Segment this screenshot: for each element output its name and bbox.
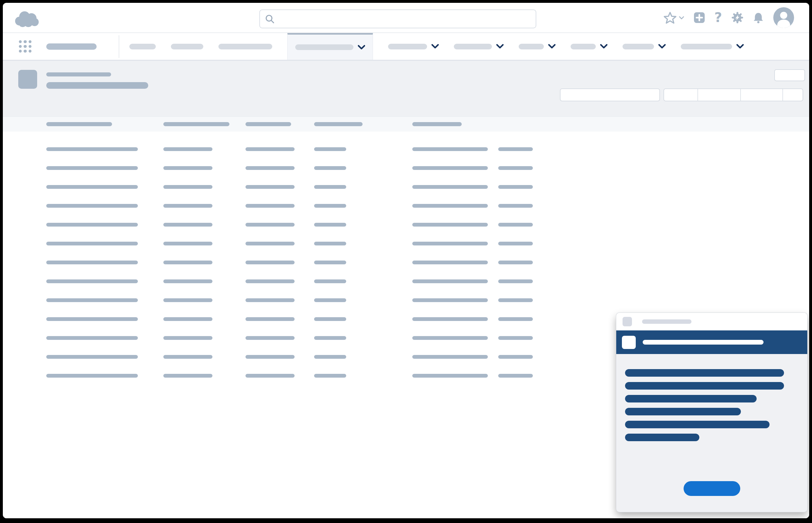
cell-value-placeholder <box>498 204 533 208</box>
record-link-placeholder[interactable] <box>46 147 138 151</box>
record-link-placeholder[interactable] <box>46 355 138 359</box>
header-small-action-button[interactable] <box>774 69 805 81</box>
cell-value-placeholder <box>498 166 533 170</box>
chevron-down-icon <box>658 44 666 49</box>
list-view-control-button[interactable] <box>783 89 802 101</box>
table-row <box>3 166 809 170</box>
cell-value-placeholder <box>163 336 213 340</box>
help-button[interactable]: ? <box>715 11 722 24</box>
popup-text-line-placeholder <box>625 382 784 390</box>
cloud-logo-icon <box>13 9 40 28</box>
cell-value-placeholder <box>314 147 346 151</box>
cell-value-placeholder <box>246 166 294 170</box>
record-link-placeholder[interactable] <box>46 204 138 208</box>
table-row <box>3 279 809 283</box>
column-header-placeholder[interactable] <box>246 122 291 126</box>
nav-tab[interactable] <box>622 33 666 60</box>
search-input[interactable] <box>279 14 530 24</box>
add-button[interactable] <box>694 12 705 23</box>
nav-tab[interactable] <box>388 33 439 60</box>
cell-value-placeholder <box>314 355 346 359</box>
cell-value-placeholder <box>163 298 213 302</box>
record-link-placeholder[interactable] <box>46 317 138 321</box>
column-header-placeholder[interactable] <box>46 122 112 126</box>
table-row <box>3 298 809 302</box>
record-link-placeholder[interactable] <box>46 374 138 378</box>
cell-value-placeholder <box>314 260 346 264</box>
table-row <box>3 260 809 264</box>
cell-value-placeholder <box>163 204 213 208</box>
cell-value-placeholder <box>498 185 533 189</box>
cell-value-placeholder <box>498 147 533 151</box>
nav-tab-label-placeholder <box>454 44 492 49</box>
page-header <box>3 61 809 116</box>
record-link-placeholder[interactable] <box>46 166 138 170</box>
column-header-placeholder[interactable] <box>314 122 363 126</box>
setup-button[interactable] <box>732 12 743 23</box>
record-link-placeholder[interactable] <box>46 260 138 264</box>
nav-tab[interactable] <box>218 33 272 60</box>
nav-tab-label-placeholder <box>171 44 203 49</box>
cell-value-placeholder <box>163 185 213 189</box>
popup-text-line-placeholder <box>625 421 770 428</box>
list-view-control-button[interactable] <box>698 89 741 101</box>
page-title-line-placeholder <box>46 72 111 76</box>
cell-value-placeholder <box>314 166 346 170</box>
record-link-placeholder[interactable] <box>46 279 138 283</box>
user-menu-button[interactable] <box>773 7 794 28</box>
app-launcher-waffle-icon[interactable] <box>19 40 32 53</box>
cell-value-placeholder <box>314 279 346 283</box>
popup-card <box>616 313 807 512</box>
record-link-placeholder[interactable] <box>46 223 138 227</box>
cell-value-placeholder <box>314 185 346 189</box>
page-subtitle-line-placeholder <box>46 82 148 89</box>
table-row <box>3 223 809 227</box>
cell-value-placeholder <box>412 223 488 227</box>
list-view-control-button[interactable] <box>741 89 783 101</box>
cell-value-placeholder <box>412 317 488 321</box>
favorites-button[interactable] <box>664 12 684 24</box>
search-icon <box>265 14 274 23</box>
record-link-placeholder[interactable] <box>46 298 138 302</box>
chevron-down-icon <box>600 44 608 49</box>
app-name-placeholder <box>46 43 97 50</box>
nav-tab[interactable] <box>171 33 203 60</box>
chevron-down-icon[interactable] <box>679 16 684 19</box>
popup-checkbox[interactable] <box>622 336 636 349</box>
nav-tab-label-placeholder <box>388 44 427 49</box>
nav-tab[interactable] <box>681 33 744 60</box>
cell-value-placeholder <box>412 204 488 208</box>
app-window: ? <box>3 3 809 518</box>
nav-tab[interactable] <box>454 33 504 60</box>
popup-title-placeholder <box>642 319 691 324</box>
nav-tab[interactable] <box>571 33 608 60</box>
cell-value-placeholder <box>246 374 294 378</box>
cell-value-placeholder <box>246 336 294 340</box>
record-link-placeholder[interactable] <box>46 242 138 246</box>
cell-value-placeholder <box>163 223 213 227</box>
cell-value-placeholder <box>498 279 533 283</box>
record-link-placeholder[interactable] <box>46 185 138 189</box>
nav-tab-label-placeholder <box>622 44 654 49</box>
popup-icon-placeholder <box>622 317 632 326</box>
nav-tab-label-placeholder <box>295 44 354 50</box>
nav-tab-active[interactable] <box>287 33 373 60</box>
cell-value-placeholder <box>412 279 488 283</box>
popup-text-line-placeholder <box>625 369 784 377</box>
popup-banner <box>616 330 807 354</box>
cell-value-placeholder <box>246 147 294 151</box>
popup-text-line-placeholder <box>625 395 757 402</box>
record-link-placeholder[interactable] <box>46 336 138 340</box>
nav-tab[interactable] <box>519 33 556 60</box>
cell-value-placeholder <box>498 355 533 359</box>
column-header-placeholder[interactable] <box>163 122 230 126</box>
chevron-down-icon <box>358 45 365 50</box>
nav-tab[interactable] <box>129 33 156 60</box>
notifications-button[interactable] <box>753 12 764 23</box>
column-header-placeholder[interactable] <box>412 122 462 126</box>
cell-value-placeholder <box>412 336 488 340</box>
popup-primary-button[interactable] <box>684 481 740 496</box>
list-view-control-button[interactable] <box>664 89 698 101</box>
plus-square-icon <box>694 12 705 23</box>
list-view-action-button[interactable] <box>560 88 660 101</box>
